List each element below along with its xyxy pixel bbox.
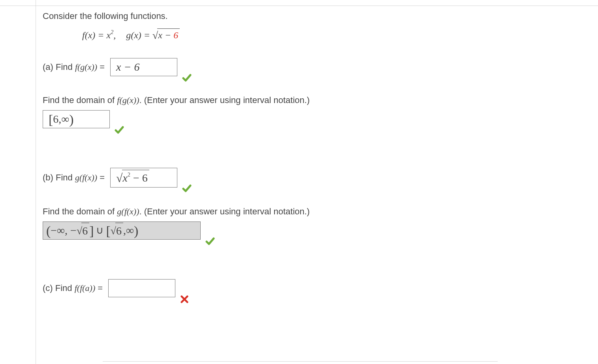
part-a-label: (a) Find f(g(x)) = (43, 62, 105, 72)
fx-lhs: f(x) = x (82, 30, 111, 40)
part-b-radicand: x2 − 6 (122, 170, 149, 186)
part-c-fn: f(f(a)) (75, 283, 96, 293)
fx-definition: f(x) = x2, (82, 30, 116, 41)
part-a-status (182, 64, 192, 83)
part-b-domain-status (205, 228, 215, 246)
domain-a-inf: ∞ (61, 113, 69, 126)
part-a-answer-input[interactable]: x − 6 (110, 58, 177, 76)
domain-b-six-b: 6 (115, 223, 123, 238)
part-c-status (180, 285, 189, 304)
part-b-row: (b) Find g(f(x)) = √ x2 − 6 (43, 168, 576, 188)
union-icon: ∪ (94, 224, 106, 236)
radical-icon: √ (152, 30, 158, 41)
radical-icon: √ (77, 226, 82, 236)
part-b-prefix: (b) Find (43, 173, 75, 182)
radicand-var: x (158, 30, 162, 40)
separator-comma: , (113, 30, 116, 40)
bottom-divider (103, 361, 498, 362)
radicand-const: 6 (173, 30, 178, 40)
check-icon (182, 73, 192, 83)
gx-radicand: x − 6 (157, 28, 180, 42)
part-b-rad-var: x (123, 172, 128, 184)
domain-a-text1: Find the domain of (43, 95, 117, 105)
part-a-fn: f(g(x)) (75, 62, 97, 72)
domain-b-fn: g(f(x)) (117, 206, 139, 216)
check-icon (205, 236, 215, 246)
radical-icon: √ (116, 172, 122, 184)
check-icon (182, 184, 192, 193)
prompt-intro: Consider the following functions. (43, 11, 576, 21)
part-c-label: (c) Find f(f(a)) = (43, 283, 103, 293)
part-b-rad-rest: − 6 (130, 172, 148, 184)
check-icon (115, 125, 124, 135)
domain-a-fn: f(g(x)) (117, 95, 139, 105)
sidebar-divider (36, 0, 36, 364)
domain-b-sqrt1: √6 (77, 223, 89, 238)
domain-a-text2: . (Enter your answer using interval nota… (139, 95, 310, 105)
gx-lhs: g(x) = (126, 30, 150, 41)
part-c-row: (c) Find f(f(a)) = (43, 279, 576, 297)
part-c-prefix: (c) Find (43, 283, 75, 293)
part-a-domain-status (115, 116, 124, 135)
domain-b-sqrt2: √6 (111, 223, 123, 238)
part-b-domain-row: (−∞, − √6 ]∪[ √6 ,∞) (43, 221, 576, 240)
radical-icon: √ (111, 226, 116, 236)
part-a-domain-prompt: Find the domain of f(g(x)). (Enter your … (43, 95, 576, 105)
part-b-label: (b) Find g(f(x)) = (43, 173, 105, 183)
part-b-answer-input[interactable]: √ x2 − 6 (110, 168, 177, 188)
domain-b-text2: . (Enter your answer using interval nota… (139, 206, 310, 216)
function-definitions: f(x) = x2, g(x) = √ x − 6 (82, 28, 576, 42)
gx-sqrt: √ x − 6 (152, 28, 180, 42)
domain-a-val: 6, (53, 113, 61, 126)
question-content: Consider the following functions. f(x) =… (43, 11, 576, 300)
part-b-sqrt: √ x2 − 6 (116, 170, 149, 186)
domain-b-six-a: 6 (81, 223, 89, 238)
part-a-row: (a) Find f(g(x)) = x − 6 (43, 58, 576, 76)
part-a-prefix: (a) Find (43, 62, 75, 72)
part-a-domain-row: [6,∞) (43, 110, 576, 128)
domain-b-rest: ,∞ (123, 224, 134, 237)
page-root: Consider the following functions. f(x) =… (0, 0, 598, 364)
part-c-answer-input[interactable] (108, 279, 175, 297)
part-a-equals: = (97, 62, 105, 72)
part-a-domain-input[interactable]: [6,∞) (43, 110, 110, 128)
domain-b-text1: Find the domain of (43, 206, 117, 216)
part-b-equals: = (97, 173, 105, 182)
x-icon (180, 295, 189, 304)
part-b-domain-input[interactable]: (−∞, − √6 ]∪[ √6 ,∞) (43, 221, 201, 240)
part-b-fn: g(f(x)) (75, 173, 97, 182)
part-b-rad-exp: 2 (128, 172, 130, 178)
part-b-domain-prompt: Find the domain of g(f(x)). (Enter your … (43, 206, 576, 217)
part-b-status (182, 175, 192, 193)
part-a-answer-value: x − 6 (116, 61, 139, 73)
domain-b-neginf: −∞, − (51, 224, 77, 237)
radicand-minus: − (162, 30, 173, 40)
fx-exponent: 2 (111, 29, 113, 35)
part-c-equals: = (95, 283, 103, 293)
topbar-divider (0, 6, 598, 6)
